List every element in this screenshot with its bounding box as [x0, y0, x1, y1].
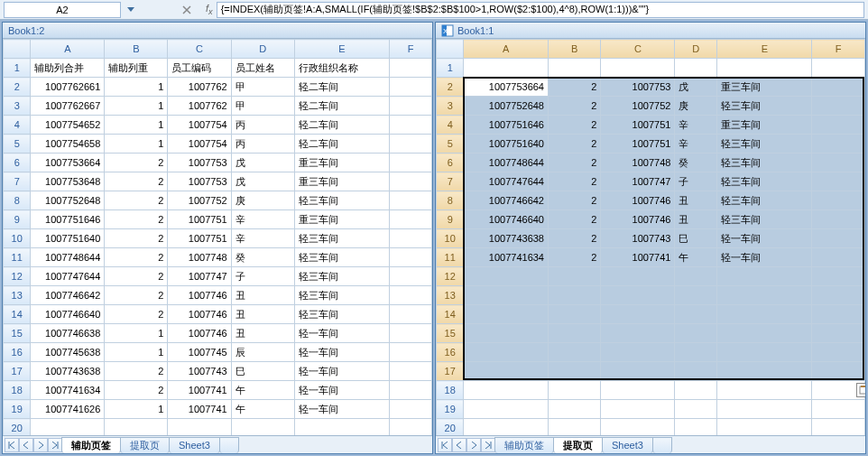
row-header[interactable]: 16: [437, 343, 464, 362]
cell[interactable]: 1007752: [168, 191, 231, 210]
column-header[interactable]: A: [31, 40, 105, 59]
cell[interactable]: 1007752648: [464, 97, 549, 116]
cell[interactable]: [812, 97, 865, 116]
row-header[interactable]: 3: [4, 97, 31, 116]
row-header[interactable]: 17: [4, 362, 31, 381]
sheet-tab[interactable]: Sheet3: [602, 437, 653, 453]
cell[interactable]: [601, 419, 675, 436]
cell[interactable]: [294, 419, 389, 436]
cell[interactable]: [601, 343, 675, 362]
row-header[interactable]: 16: [4, 343, 31, 362]
cell[interactable]: 1007751: [601, 116, 675, 135]
cell[interactable]: [549, 343, 601, 362]
row-header[interactable]: 19: [437, 400, 464, 419]
cell[interactable]: [675, 286, 717, 305]
row-header[interactable]: 1: [437, 59, 464, 78]
sheet-tab[interactable]: 提取页: [553, 437, 603, 453]
cell[interactable]: [812, 400, 865, 419]
sheet-tab[interactable]: 辅助页签: [494, 437, 554, 453]
cell[interactable]: 1007745638: [31, 343, 105, 362]
cell[interactable]: [812, 324, 865, 343]
cell[interactable]: [675, 400, 717, 419]
cell[interactable]: 轻一车间: [294, 381, 389, 400]
cell[interactable]: 1007743: [168, 362, 231, 381]
cell[interactable]: 2: [105, 267, 168, 286]
cell[interactable]: 丑: [675, 191, 717, 210]
cell[interactable]: 甲: [231, 78, 294, 97]
cell[interactable]: 1007746638: [31, 324, 105, 343]
spreadsheet-left[interactable]: ABCDEF1辅助列合并辅助列重员工编码员工姓名行政组织名称2100776266…: [3, 39, 432, 435]
cell[interactable]: [464, 343, 549, 362]
cell[interactable]: 1: [105, 116, 168, 135]
cell[interactable]: 轻三车间: [717, 172, 812, 191]
cell[interactable]: 重三车间: [294, 154, 389, 172]
cell[interactable]: 1007743638: [464, 229, 549, 248]
cell[interactable]: 1007751640: [464, 135, 549, 154]
cell[interactable]: [675, 267, 717, 286]
cell[interactable]: 辛: [231, 229, 294, 248]
cell[interactable]: 1007741634: [464, 248, 549, 267]
cell[interactable]: 轻二车间: [294, 116, 389, 135]
cell[interactable]: [601, 305, 675, 324]
cell[interactable]: [464, 267, 549, 286]
cell[interactable]: 2: [549, 191, 601, 210]
cell[interactable]: 1007741: [168, 381, 231, 400]
cell[interactable]: 员工姓名: [231, 59, 294, 78]
cell[interactable]: 2: [549, 135, 601, 154]
cell[interactable]: [717, 305, 812, 324]
cell[interactable]: 1007743638: [31, 362, 105, 381]
row-header[interactable]: 9: [437, 210, 464, 229]
row-header[interactable]: 7: [437, 172, 464, 191]
cell[interactable]: 戊: [231, 154, 294, 172]
cell[interactable]: 丑: [231, 324, 294, 343]
cell[interactable]: 1007754658: [31, 135, 105, 154]
row-header[interactable]: 12: [4, 267, 31, 286]
cell[interactable]: [31, 419, 105, 436]
cell[interactable]: 戊: [675, 78, 717, 97]
row-header[interactable]: 6: [437, 154, 464, 172]
cell[interactable]: [812, 172, 865, 191]
cell[interactable]: 2: [105, 362, 168, 381]
row-header[interactable]: 4: [4, 116, 31, 135]
cell[interactable]: [812, 305, 865, 324]
row-header[interactable]: 2: [4, 78, 31, 97]
cell[interactable]: [549, 59, 601, 78]
name-box-dropdown-icon[interactable]: [125, 2, 137, 18]
cell[interactable]: [601, 286, 675, 305]
cell[interactable]: 丙: [231, 116, 294, 135]
cell[interactable]: 2: [549, 97, 601, 116]
row-header[interactable]: 3: [437, 97, 464, 116]
cell[interactable]: 午: [231, 381, 294, 400]
cell[interactable]: 1007753: [168, 172, 231, 191]
row-header[interactable]: 19: [4, 400, 31, 419]
cell[interactable]: 2: [549, 154, 601, 172]
cell[interactable]: [390, 362, 432, 381]
cell[interactable]: 辛: [231, 210, 294, 229]
cell[interactable]: 轻三车间: [294, 248, 389, 267]
cell[interactable]: [549, 362, 601, 381]
cell[interactable]: [549, 381, 601, 400]
column-header[interactable]: F: [390, 40, 432, 59]
row-header[interactable]: 20: [4, 419, 31, 436]
row-header[interactable]: 5: [437, 135, 464, 154]
cell[interactable]: 轻三车间: [294, 267, 389, 286]
select-all-corner[interactable]: [4, 40, 31, 59]
cell[interactable]: 丑: [675, 210, 717, 229]
cell[interactable]: 2: [105, 286, 168, 305]
cell[interactable]: [390, 267, 432, 286]
cell[interactable]: 2: [549, 229, 601, 248]
cell[interactable]: [717, 400, 812, 419]
cell[interactable]: [717, 362, 812, 381]
row-header[interactable]: 1: [4, 59, 31, 78]
row-header[interactable]: 14: [437, 305, 464, 324]
cell[interactable]: 轻三车间: [294, 229, 389, 248]
cell[interactable]: [390, 154, 432, 172]
cell[interactable]: 1007747: [601, 172, 675, 191]
column-header[interactable]: C: [601, 40, 675, 59]
cell[interactable]: 1007748: [601, 154, 675, 172]
cell[interactable]: 重三车间: [294, 172, 389, 191]
cell[interactable]: [601, 362, 675, 381]
cell[interactable]: 1007746642: [464, 191, 549, 210]
cell[interactable]: 1007751: [601, 135, 675, 154]
cell[interactable]: 午: [675, 248, 717, 267]
